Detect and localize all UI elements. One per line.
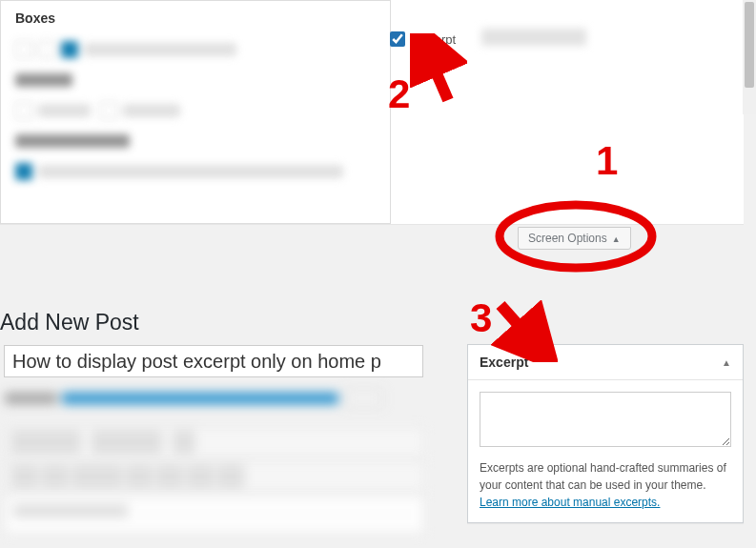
page-title: Add New Post: [0, 310, 139, 335]
annotation-three: 3: [470, 295, 492, 341]
media-toolbar: [5, 427, 424, 457]
svg-line-2: [501, 305, 539, 348]
editor-toolbar: [5, 461, 424, 492]
excerpt-metabox-title: Excerpt: [480, 355, 528, 370]
blurred-checkbox-option: [481, 29, 586, 46]
excerpt-metabox-header[interactable]: Excerpt ▲: [468, 345, 743, 380]
excerpt-checkbox-label: Excerpt: [414, 32, 456, 47]
caret-up-icon: ▲: [612, 234, 621, 244]
boxes-heading: Boxes: [15, 10, 376, 26]
scrollbar-thumb[interactable]: [745, 2, 754, 88]
editor-body: [5, 496, 424, 534]
screen-options-panel: Boxes: [0, 0, 391, 224]
excerpt-checkbox[interactable]: [390, 31, 405, 47]
caret-up-icon: ▲: [722, 357, 731, 368]
excerpt-checkbox-option[interactable]: Excerpt: [386, 29, 456, 50]
permalink-row: [5, 383, 424, 414]
scrollbar-track[interactable]: [743, 0, 756, 114]
excerpt-help-text: Excerpts are optional hand-crafted summa…: [480, 459, 731, 511]
screen-options-toggle[interactable]: Screen Options▲: [518, 227, 631, 250]
screen-options-label: Screen Options: [528, 232, 607, 245]
excerpt-metabox: Excerpt ▲ Excerpts are optional hand-cra…: [467, 344, 744, 523]
post-title-input[interactable]: [4, 345, 423, 377]
excerpt-textarea[interactable]: [480, 392, 731, 447]
excerpt-learn-more-link[interactable]: Learn more about manual excerpts.: [480, 496, 660, 509]
